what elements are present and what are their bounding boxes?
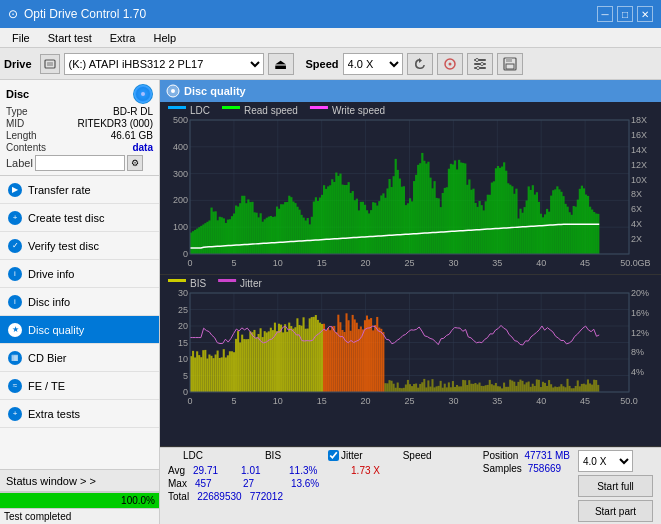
samples-value: 758669	[528, 463, 561, 474]
progress-text: 100.0%	[121, 493, 155, 509]
svg-point-19	[171, 89, 175, 93]
status-bar: Status window > > 100.0% Test completed	[0, 469, 159, 524]
transfer-rate-label: Transfer rate	[28, 184, 91, 196]
speed-select[interactable]: 4.0 X	[343, 53, 403, 75]
sidebar-item-fe-te[interactable]: ≈ FE / TE	[0, 372, 159, 400]
svg-point-8	[475, 58, 478, 61]
save-button[interactable]	[497, 53, 523, 75]
create-test-disc-label: Create test disc	[28, 212, 104, 224]
drive-info-label: Drive info	[28, 268, 74, 280]
disc-panel-title: Disc	[6, 88, 29, 100]
mid-value: RITEKDR3 (000)	[77, 118, 153, 129]
avg-jitter: 11.3%	[289, 465, 339, 476]
quality-speed-select[interactable]: 4.0 X	[578, 450, 633, 472]
refresh-button[interactable]	[407, 53, 433, 75]
create-test-disc-icon: +	[8, 211, 22, 225]
bis-header: BIS	[258, 450, 288, 461]
menu-extra[interactable]: Extra	[102, 30, 144, 46]
position-value: 47731 MB	[524, 450, 570, 461]
main-layout: Disc Type BD-R DL MID RITEKDR3 (000) Len…	[0, 80, 661, 524]
max-jitter: 13.6%	[291, 478, 341, 489]
svg-point-4	[448, 62, 451, 65]
content-area: Disc quality LDC BIS Jitter	[160, 80, 661, 524]
verify-test-disc-label: Verify test disc	[28, 240, 99, 252]
disc-quality-title: Disc quality	[184, 85, 246, 97]
menu-start-test[interactable]: Start test	[40, 30, 100, 46]
total-bis: 772012	[250, 491, 283, 502]
speed-stat-header: Speed	[403, 450, 432, 461]
svg-rect-12	[506, 58, 512, 62]
sidebar: Disc Type BD-R DL MID RITEKDR3 (000) Len…	[0, 80, 160, 524]
sidebar-item-create-test-disc[interactable]: + Create test disc	[0, 204, 159, 232]
avg-key: Avg	[168, 465, 185, 476]
type-value: BD-R DL	[113, 106, 153, 117]
avg-ldc: 29.71	[193, 465, 233, 476]
total-key: Total	[168, 491, 189, 502]
top-chart-canvas	[160, 102, 659, 272]
contents-label: Contents	[6, 142, 46, 153]
bottom-chart	[160, 275, 661, 448]
sidebar-item-disc-quality[interactable]: ★ Disc quality	[0, 316, 159, 344]
maximize-button[interactable]: □	[617, 6, 633, 22]
eject-button[interactable]: ⏏	[268, 53, 294, 75]
cd-bier-icon: ▦	[8, 351, 22, 365]
sidebar-item-cd-bier[interactable]: ▦ CD Bier	[0, 344, 159, 372]
extra-tests-icon: +	[8, 407, 22, 421]
contents-value: data	[132, 142, 153, 153]
verify-test-disc-icon: ✓	[8, 239, 22, 253]
cd-bier-label: CD Bier	[28, 352, 67, 364]
drive-icon	[40, 54, 60, 74]
disc-quality-header: Disc quality	[160, 80, 661, 102]
sidebar-item-drive-info[interactable]: i Drive info	[0, 260, 159, 288]
sidebar-item-disc-info[interactable]: i Disc info	[0, 288, 159, 316]
drive-select[interactable]: (K:) ATAPI iHBS312 2 PL17	[64, 53, 264, 75]
total-ldc: 22689530	[197, 491, 242, 502]
svg-point-16	[141, 92, 145, 96]
menu-file[interactable]: File	[4, 30, 38, 46]
svg-point-10	[476, 66, 479, 69]
settings-button[interactable]	[467, 53, 493, 75]
minimize-button[interactable]: ─	[597, 6, 613, 22]
close-button[interactable]: ✕	[637, 6, 653, 22]
jitter-checkbox[interactable]	[328, 450, 339, 461]
start-full-button[interactable]: Start full	[578, 475, 653, 497]
speed-label: Speed	[306, 58, 339, 70]
samples-label: Samples	[483, 463, 522, 474]
type-label: Type	[6, 106, 28, 117]
disc-panel: Disc Type BD-R DL MID RITEKDR3 (000) Len…	[0, 80, 159, 176]
app-title: Opti Drive Control 1.70	[24, 7, 146, 21]
disc-icon	[133, 84, 153, 104]
label-icon-button[interactable]: ⚙	[127, 155, 143, 171]
drive-info-icon: i	[8, 267, 22, 281]
start-part-button[interactable]: Start part	[578, 500, 653, 522]
menu-help[interactable]: Help	[145, 30, 184, 46]
svg-rect-13	[506, 64, 514, 69]
svg-rect-1	[47, 62, 53, 66]
ldc-header: LDC	[168, 450, 218, 461]
sidebar-item-extra-tests[interactable]: + Extra tests	[0, 400, 159, 428]
drive-bar: Drive (K:) ATAPI iHBS312 2 PL17 ⏏ Speed …	[0, 48, 661, 80]
sidebar-item-transfer-rate[interactable]: ▶ Transfer rate	[0, 176, 159, 204]
app-icon: ⊙	[8, 7, 18, 21]
menu-bar: File Start test Extra Help	[0, 28, 661, 48]
status-window-button[interactable]: Status window > >	[0, 470, 159, 492]
fe-te-icon: ≈	[8, 379, 22, 393]
label-input[interactable]	[35, 155, 125, 171]
disc-button[interactable]	[437, 53, 463, 75]
progress-bar-container: 100.0%	[0, 492, 159, 508]
max-key: Max	[168, 478, 187, 489]
fe-te-label: FE / TE	[28, 380, 65, 392]
drive-label: Drive	[4, 58, 32, 70]
charts-area	[160, 102, 661, 447]
disc-quality-header-icon	[166, 84, 180, 98]
disc-quality-icon: ★	[8, 323, 22, 337]
extra-tests-label: Extra tests	[28, 408, 80, 420]
speed-value: 1.73 X	[351, 465, 380, 476]
position-label: Position	[483, 450, 519, 461]
status-text: Test completed	[0, 508, 159, 524]
bottom-chart-canvas	[160, 275, 659, 410]
length-label: Length	[6, 130, 37, 141]
sidebar-item-verify-test-disc[interactable]: ✓ Verify test disc	[0, 232, 159, 260]
max-ldc: 457	[195, 478, 235, 489]
jitter-header: Jitter	[328, 450, 363, 461]
